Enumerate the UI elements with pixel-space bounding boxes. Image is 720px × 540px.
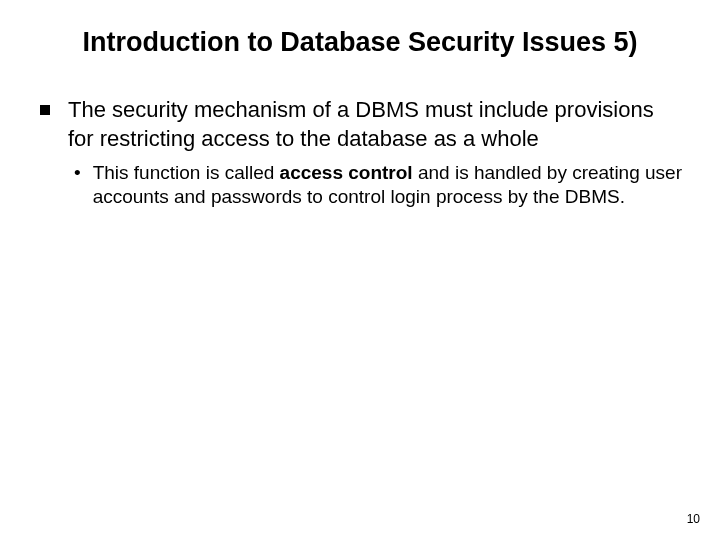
page-number: 10 — [687, 512, 700, 526]
bullet-item-1: The security mechanism of a DBMS must in… — [40, 96, 684, 152]
slide-title: Introduction to Database Security Issues… — [36, 26, 684, 58]
sub-bold: access control — [280, 162, 413, 183]
bullet-1-text: The security mechanism of a DBMS must in… — [68, 96, 684, 152]
sub-bullet-1-text: This function is called access control a… — [93, 161, 684, 210]
dot-bullet-icon: • — [74, 161, 81, 185]
square-bullet-icon — [40, 105, 50, 115]
sub-pre: This function is called — [93, 162, 280, 183]
sub-bullet-item-1: • This function is called access control… — [74, 161, 684, 210]
